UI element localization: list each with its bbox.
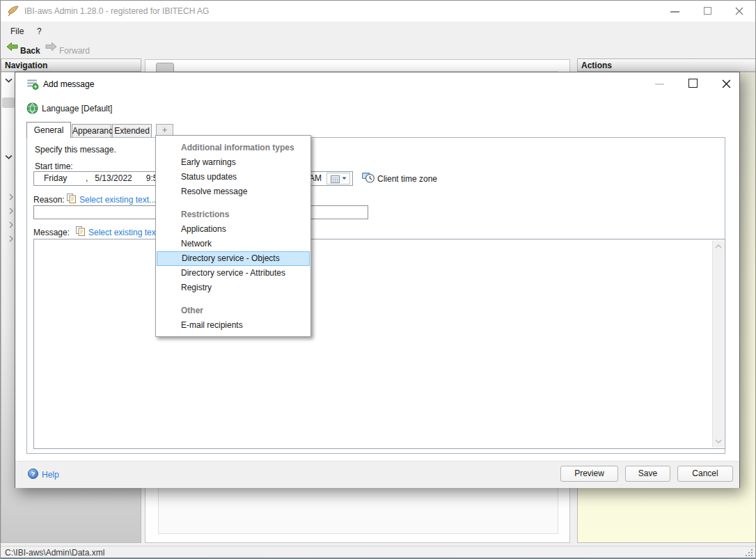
reason-label: Reason: bbox=[33, 195, 65, 205]
actions-panel-header: Actions bbox=[577, 58, 756, 72]
information-type-dropdown-menu: Additional information types Early warni… bbox=[155, 135, 311, 337]
message-scrollbar[interactable] bbox=[712, 240, 724, 448]
tree-chevron-collapsed-icon[interactable] bbox=[9, 221, 13, 228]
add-message-dialog: Add message Language [Default] General A… bbox=[15, 72, 740, 488]
navigation-panel-header: Navigation bbox=[1, 58, 141, 72]
menu-item-directory-service-attributes[interactable]: Directory service - Attributes bbox=[156, 266, 310, 281]
menu-item-status-updates[interactable]: Status updates bbox=[156, 170, 310, 184]
forward-icon bbox=[45, 42, 57, 52]
preview-button[interactable]: Preview bbox=[560, 466, 618, 482]
status-bar: C:\IBI-aws\Admin\Data.xml bbox=[1, 546, 755, 558]
svg-text:?: ? bbox=[31, 471, 36, 478]
minimize-icon bbox=[670, 11, 679, 13]
navigation-title: Navigation bbox=[5, 61, 47, 70]
dialog-close-button[interactable] bbox=[716, 74, 738, 93]
menu-item-resolve-message[interactable]: Resolve message bbox=[156, 184, 310, 199]
title-bar: IBI-aws Admin 1.28.0 - registered for IB… bbox=[1, 1, 755, 22]
tree-chevron-collapsed-icon[interactable] bbox=[9, 207, 13, 214]
client-time-zone-icon bbox=[362, 172, 375, 183]
close-icon bbox=[735, 7, 743, 15]
window-title: IBI-aws Admin 1.28.0 - registered for IB… bbox=[24, 1, 209, 22]
menu-item-email-recipients[interactable]: E-mail recipients bbox=[156, 318, 310, 333]
status-path: C:\IBI-aws\Admin\Data.xml bbox=[5, 547, 104, 558]
dialog-footer: ? Help Preview Save Cancel bbox=[15, 461, 739, 488]
maximize-icon bbox=[704, 7, 711, 15]
save-button[interactable]: Save bbox=[625, 466, 670, 482]
menu-item-early-warnings[interactable]: Early warnings bbox=[156, 155, 310, 170]
back-label: Back bbox=[20, 45, 40, 56]
menu-toolbar-area: File ? Back Forward bbox=[1, 22, 755, 56]
tree-selected-node[interactable] bbox=[2, 97, 15, 108]
scroll-down-icon[interactable] bbox=[714, 437, 723, 446]
copy-text-icon bbox=[67, 194, 76, 203]
tree-chevron-collapsed-icon[interactable] bbox=[9, 194, 13, 200]
copy-text-icon bbox=[76, 226, 85, 236]
forward-label: Forward bbox=[59, 45, 90, 56]
menu-header-restrictions: Restrictions bbox=[156, 207, 310, 222]
message-select-existing-link[interactable]: Select existing text... bbox=[88, 228, 165, 237]
message-textarea[interactable] bbox=[33, 239, 725, 449]
back-icon bbox=[6, 42, 18, 52]
reason-select-existing-link[interactable]: Select existing text... bbox=[79, 195, 156, 205]
cancel-button[interactable]: Cancel bbox=[677, 466, 733, 482]
actions-title: Actions bbox=[581, 61, 612, 70]
menu-item-applications[interactable]: Applications bbox=[156, 222, 310, 237]
dialog-title: Add message bbox=[43, 78, 94, 90]
dialog-close-icon bbox=[722, 79, 731, 88]
language-globe-icon bbox=[26, 102, 38, 114]
calendar-icon bbox=[331, 175, 340, 183]
chevron-down-icon bbox=[342, 177, 347, 180]
message-text bbox=[34, 239, 725, 244]
tree-chevron-collapsed-icon[interactable] bbox=[9, 235, 13, 242]
help-link[interactable]: Help bbox=[42, 470, 59, 480]
tab-general[interactable]: General bbox=[26, 122, 71, 138]
tab-appearance[interactable]: Appearance bbox=[72, 124, 111, 138]
menu-separator bbox=[156, 295, 310, 304]
app-window: IBI-aws Admin 1.28.0 - registered for IB… bbox=[0, 0, 756, 559]
client-time-zone-label: Client time zone bbox=[377, 174, 437, 184]
help-icon[interactable]: ? bbox=[28, 469, 38, 479]
menu-item-directory-service-objects[interactable]: Directory service - Objects bbox=[157, 251, 310, 266]
back-button[interactable]: Back bbox=[5, 39, 41, 54]
maximize-button[interactable] bbox=[697, 1, 719, 22]
tree-chevron-expanded-icon[interactable] bbox=[5, 78, 13, 83]
menu-file[interactable]: File bbox=[6, 24, 28, 38]
minimize-button[interactable] bbox=[663, 1, 686, 22]
tab-extended[interactable]: Extended bbox=[112, 124, 152, 138]
tree-chevron-expanded-icon[interactable] bbox=[5, 155, 13, 159]
menu-item-network[interactable]: Network bbox=[156, 237, 310, 251]
app-icon bbox=[8, 6, 19, 17]
resize-grip-icon[interactable] bbox=[746, 549, 753, 556]
start-time-label: Start time: bbox=[35, 162, 73, 171]
add-message-icon bbox=[26, 79, 39, 90]
message-label: Message: bbox=[33, 228, 70, 237]
forward-button[interactable]: Forward bbox=[44, 39, 93, 54]
calendar-dropdown-button[interactable] bbox=[326, 173, 350, 184]
dialog-maximize-button[interactable] bbox=[682, 74, 703, 93]
menu-item-registry[interactable]: Registry bbox=[156, 281, 310, 295]
scroll-up-icon[interactable] bbox=[714, 242, 723, 251]
dialog-minimize-icon bbox=[655, 84, 664, 85]
menu-separator bbox=[156, 199, 310, 207]
language-label: Language [Default] bbox=[42, 104, 112, 113]
dialog-maximize-icon bbox=[688, 79, 698, 88]
close-button[interactable] bbox=[729, 1, 751, 22]
menu-help[interactable]: ? bbox=[33, 24, 46, 38]
menu-header-additional-information-types: Additional information types bbox=[156, 141, 310, 155]
menu-header-other: Other bbox=[156, 304, 310, 318]
dialog-minimize-button[interactable] bbox=[649, 74, 670, 93]
instruction-text: Specify this message. bbox=[35, 145, 116, 155]
